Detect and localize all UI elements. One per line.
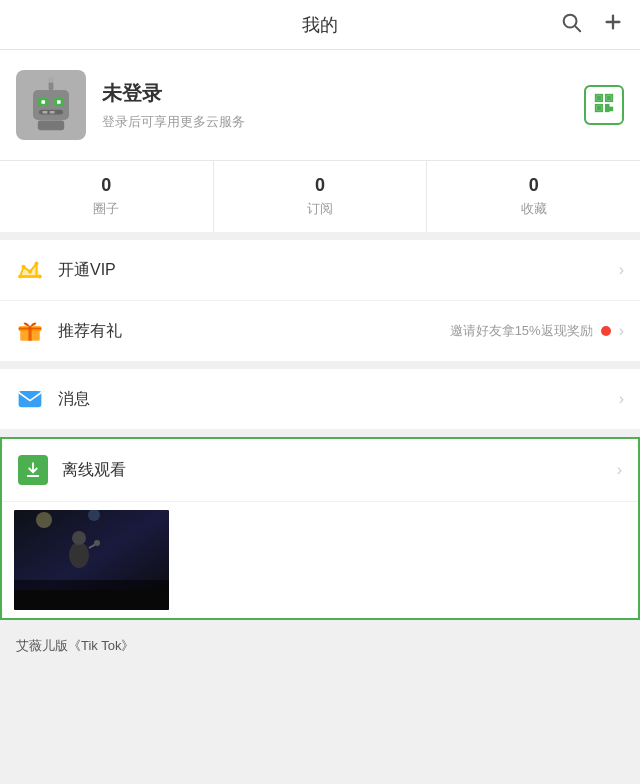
header: 我的 [0, 0, 640, 50]
stats-row: 0 圈子 0 订阅 0 收藏 [0, 160, 640, 240]
vip-menu-item[interactable]: 开通VIP › [0, 240, 640, 301]
message-chevron: › [619, 390, 624, 408]
svg-point-41 [69, 542, 89, 568]
svg-rect-19 [608, 96, 611, 99]
message-label: 消息 [58, 389, 619, 410]
svg-point-39 [36, 512, 52, 528]
avatar [16, 70, 86, 140]
vip-label: 开通VIP [58, 260, 619, 281]
svg-rect-18 [598, 96, 601, 99]
recommend-menu-item[interactable]: 推荐有礼 邀请好友拿15%返现奖励 › [0, 301, 640, 361]
menu-group-2: 消息 › [0, 369, 640, 429]
svg-rect-46 [14, 580, 169, 610]
svg-rect-22 [610, 107, 613, 110]
svg-point-27 [38, 274, 42, 278]
video-thumbnail[interactable] [14, 510, 169, 610]
recommend-right: 邀请好友拿15%返现奖励 › [450, 322, 624, 340]
svg-point-28 [28, 270, 32, 274]
svg-rect-20 [598, 106, 601, 109]
svg-rect-10 [57, 100, 61, 104]
menu-group-1: 开通VIP › 推荐有礼 邀请好友拿15%返现奖励 › [0, 240, 640, 361]
svg-point-29 [21, 265, 25, 269]
svg-rect-21 [606, 104, 609, 107]
svg-rect-14 [38, 121, 64, 131]
stat-subscribe-label: 订阅 [307, 200, 333, 218]
recommend-label: 推荐有礼 [58, 321, 450, 342]
svg-rect-23 [606, 108, 609, 111]
svg-rect-13 [50, 111, 55, 113]
message-menu-item[interactable]: 消息 › [0, 369, 640, 429]
offline-chevron: › [617, 461, 622, 479]
stat-circles-num: 0 [101, 175, 111, 196]
svg-rect-34 [19, 328, 42, 330]
stat-subscribe[interactable]: 0 订阅 [214, 161, 428, 232]
offline-header[interactable]: 离线观看 › [2, 439, 638, 502]
stat-circles[interactable]: 0 圈子 [0, 161, 214, 232]
svg-point-6 [48, 77, 54, 83]
header-icons [560, 11, 624, 38]
svg-rect-9 [41, 100, 45, 104]
svg-point-30 [34, 261, 38, 265]
gift-icon [16, 317, 44, 345]
profile-info: 未登录 登录后可享用更多云服务 [102, 80, 624, 131]
caption-area: 艾薇儿版《Tik Tok》 [0, 628, 640, 659]
vip-chevron: › [619, 261, 624, 279]
stat-favorites-label: 收藏 [521, 200, 547, 218]
header-title: 我的 [302, 13, 338, 37]
svg-point-44 [94, 540, 100, 546]
recommend-chevron: › [619, 322, 624, 340]
svg-point-26 [18, 274, 22, 278]
stat-subscribe-num: 0 [315, 175, 325, 196]
search-icon[interactable] [560, 11, 582, 38]
crown-icon [16, 256, 44, 284]
recommend-dot-badge [601, 326, 611, 336]
svg-point-42 [72, 531, 86, 545]
stat-favorites[interactable]: 0 收藏 [427, 161, 640, 232]
stat-circles-label: 圈子 [93, 200, 119, 218]
profile-name: 未登录 [102, 80, 624, 107]
offline-label: 离线观看 [62, 460, 622, 481]
add-icon[interactable] [602, 11, 624, 38]
profile-section[interactable]: 未登录 登录后可享用更多云服务 [0, 50, 640, 160]
qr-code-button[interactable] [584, 85, 624, 125]
download-icon [18, 455, 48, 485]
video-caption: 艾薇儿版《Tik Tok》 [16, 638, 134, 653]
vip-right: › [619, 261, 624, 279]
message-icon [16, 385, 44, 413]
svg-line-1 [575, 26, 580, 31]
profile-subtitle: 登录后可享用更多云服务 [102, 113, 624, 131]
video-bg [14, 510, 169, 610]
stat-favorites-num: 0 [529, 175, 539, 196]
recommend-desc: 邀请好友拿15%返现奖励 [450, 322, 593, 340]
offline-section: 离线观看 › [0, 437, 640, 620]
message-right: › [619, 390, 624, 408]
svg-rect-12 [43, 111, 48, 113]
qr-icon [593, 92, 615, 119]
svg-rect-35 [19, 391, 42, 407]
